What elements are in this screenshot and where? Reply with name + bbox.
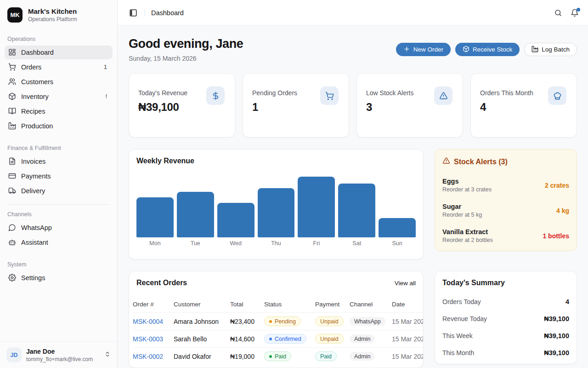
bar-chart-labels: MonTueWedThuFriSatSun <box>136 240 416 247</box>
log-batch-button[interactable]: Log Batch <box>524 43 577 56</box>
plus-icon <box>403 46 410 54</box>
receive-stock-button[interactable]: Receive Stock <box>455 43 520 56</box>
notifications-button[interactable] <box>571 9 579 17</box>
column-header: Total <box>230 301 264 308</box>
bar-label: Sat <box>338 240 375 247</box>
summary-row: Revenue Today ₦39,100 <box>442 315 569 322</box>
summary-value: ₦39,100 <box>544 315 569 322</box>
revenue-bar-thu <box>258 188 295 237</box>
user-menu[interactable]: JD Jane Doe tommy_flo+mark@live.com <box>0 341 117 368</box>
bar-label: Mon <box>136 240 174 247</box>
stock-alerts-card: Stock Alerts (3) Eggs Reorder at 3 crate… <box>435 149 577 251</box>
sidebar-item-delivery[interactable]: Delivery <box>5 184 113 198</box>
page-title: Dashboard <box>151 9 184 17</box>
stat-card-low-stock-alerts: Low Stock Alerts 3 <box>356 73 463 138</box>
sidebar-item-payments[interactable]: Payments <box>5 169 113 183</box>
search-icon <box>554 9 562 17</box>
message-circle-icon <box>8 224 16 231</box>
greeting-title: Good evening, Jane <box>129 37 243 51</box>
table-row: MSK-0002 David Okafor ₦19,000 Paid Paid … <box>133 347 423 365</box>
status-dot-icon <box>269 338 272 340</box>
view-all-link[interactable]: View all <box>395 280 416 287</box>
stat-icon-box <box>434 86 452 105</box>
sidebar-item-customers[interactable]: Customers <box>5 75 113 89</box>
sidebar-item-label: Payments <box>21 172 109 180</box>
sidebar: MK Mark's Kitchen Operations Platform Op… <box>0 0 118 368</box>
alert-item-reorder: Reorder at 5 kg <box>442 212 556 218</box>
dashboard-content: Good evening, Jane Sunday, 15 March 2026… <box>118 26 588 368</box>
sidebar-item-settings[interactable]: Settings <box>5 271 113 285</box>
chef-hat-icon <box>553 92 562 100</box>
channel-badge: Admin <box>350 352 375 361</box>
dashboard-icon <box>8 48 16 56</box>
order-date: 15 Mar 2026 <box>392 318 423 325</box>
order-number-link[interactable]: MSK-0003 <box>133 335 174 343</box>
sidebar-item-label: Inventory <box>21 93 100 100</box>
summary-label: This Month <box>442 349 474 356</box>
package-icon <box>463 46 469 52</box>
alert-item-reorder: Reorder at 3 crates <box>442 186 545 193</box>
sidebar-item-production[interactable]: Production <box>5 119 113 133</box>
truck-icon <box>8 187 16 195</box>
payment-badge: Paid <box>315 351 337 361</box>
sidebar-item-dashboard[interactable]: Dashboard <box>5 46 113 59</box>
panel-left-icon <box>129 9 137 17</box>
app-name: Mark's Kitchen <box>28 7 77 16</box>
new-order-button[interactable]: New Order <box>396 43 451 56</box>
status-badge: Confirmed <box>264 334 306 344</box>
sidebar-item-label: Orders <box>21 63 99 71</box>
order-customer: Sarah Bello <box>174 335 230 343</box>
bar-column <box>217 175 254 237</box>
divider <box>7 204 110 205</box>
order-number-link[interactable]: MSK-0002 <box>133 353 174 360</box>
package-icon <box>463 46 469 54</box>
summary-row: This Month ₦39,100 <box>442 349 569 356</box>
sidebar-item-assistant[interactable]: Assistant <box>5 236 113 249</box>
sidebar-item-orders[interactable]: Orders 1 <box>5 60 113 74</box>
order-total: ₦19,000 <box>230 353 264 360</box>
bar-column <box>379 175 416 237</box>
recent-orders-card: Recent Orders View all Order #CustomerTo… <box>129 271 424 368</box>
sidebar-item-label: Assistant <box>21 239 109 246</box>
sidebar-item-label: Dashboard <box>21 49 109 56</box>
sidebar-toggle-button[interactable] <box>127 6 140 19</box>
topbar: Dashboard <box>118 0 588 26</box>
bar-column <box>136 175 174 237</box>
alert-item-qty: 1 bottles <box>543 232 569 240</box>
order-date: 15 Mar 2026 <box>392 353 423 360</box>
sidebar-item-badge: 1 <box>104 63 109 70</box>
book-open-icon <box>8 107 16 115</box>
bar-column <box>258 175 295 237</box>
main-area: Dashboard Good evening, Jane Sunday, 15 … <box>118 0 588 368</box>
notification-dot <box>577 8 580 12</box>
sidebar-item-label: Settings <box>21 274 109 282</box>
channel-badge: WhatsApp <box>350 317 385 326</box>
status-dot-icon <box>269 320 272 323</box>
column-header: Payment <box>315 301 350 308</box>
file-text-icon <box>8 157 16 165</box>
column-header: Date <box>392 301 423 308</box>
status-dot-icon <box>269 355 272 358</box>
credit-card-icon <box>8 172 16 180</box>
stock-alert-item: Sugar Reorder at 5 kg 4 kg <box>442 203 569 218</box>
nav-section-label: System <box>7 261 110 268</box>
sidebar-item-label: Delivery <box>21 187 109 195</box>
stat-icon-box <box>548 86 566 105</box>
sidebar-item-inventory[interactable]: Inventory ! <box>5 90 113 104</box>
sidebar-item-recipes[interactable]: Recipes <box>5 104 113 118</box>
sidebar-item-whatsapp[interactable]: WhatsApp <box>5 221 113 235</box>
stat-icon-box <box>320 86 339 105</box>
sidebar-item-invoices[interactable]: Invoices <box>5 155 113 168</box>
bar-label: Thu <box>258 240 295 247</box>
order-number-link[interactable]: MSK-0004 <box>133 318 174 325</box>
column-header: Order # <box>133 301 174 308</box>
alert-triangle-icon <box>442 157 450 167</box>
chart-title: Weekly Revenue <box>136 157 416 165</box>
search-button[interactable] <box>554 9 562 17</box>
todays-summary-card: Today's Summary Orders Today 4 Revenue T… <box>435 271 577 364</box>
app-logo: MK <box>7 7 23 23</box>
sidebar-header: MK Mark's Kitchen Operations Platform <box>0 0 117 27</box>
revenue-bar-mon <box>136 197 174 237</box>
channel-badge: Admin <box>350 334 375 343</box>
table-row: MSK-0003 Sarah Bello ₦14,600 Confirmed U… <box>133 330 423 347</box>
